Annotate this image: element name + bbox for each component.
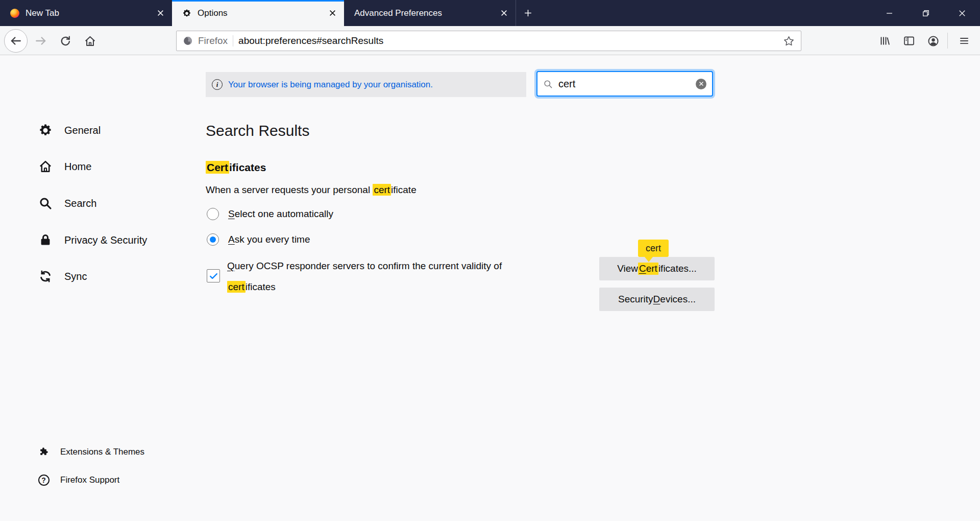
new-tab-button[interactable] [516,0,540,26]
minimize-icon [886,10,893,16]
search-icon [543,79,553,89]
sidebar-item-label: Privacy & Security [64,234,147,246]
firefox-logo-icon [183,36,193,46]
radio-label: Ask you every time [228,234,310,245]
info-icon: i [212,79,223,90]
sidebar-item-label: Search [64,198,96,209]
search-input[interactable] [557,78,691,90]
search-highlight: Cert [206,161,229,174]
gear-favicon-icon [182,9,191,18]
back-button[interactable] [4,29,28,53]
close-tab-icon[interactable] [327,8,338,19]
magnifier-icon [38,196,53,210]
minimize-button[interactable] [871,0,908,26]
reload-icon [59,35,71,47]
sidebar-item-label: Sync [64,271,87,282]
restore-button[interactable] [908,0,944,26]
lock-icon [38,233,53,247]
page-title: Search Results [206,122,309,139]
managed-browser-link[interactable]: Your browser is being managed by your or… [228,80,433,90]
window-controls [871,0,980,26]
home-icon [38,159,53,174]
tab-title: New Tab [26,8,149,18]
close-tab-icon[interactable] [155,8,166,19]
firefox-window: New Tab Options Advanced Preferences [0,0,980,521]
close-window-button[interactable] [944,0,980,26]
back-arrow-icon [9,34,22,48]
library-button[interactable] [875,31,895,51]
tabbar-spacer [540,0,871,26]
account-button[interactable] [923,31,943,51]
tab-title: Options [198,8,321,18]
reload-button[interactable] [55,31,76,51]
search-match-tooltip: cert [638,240,669,257]
clear-search-icon[interactable] [696,79,706,89]
sidebar-item-extensions-themes[interactable]: Extensions & Themes [38,443,144,461]
tab-bar: New Tab Options Advanced Preferences [0,0,980,26]
sidebar-item-label: General [64,125,101,136]
sidebar-item-sync[interactable]: Sync [38,267,87,286]
managed-browser-notice: i Your browser is being managed by your … [206,72,526,97]
view-certificates-button[interactable]: View Certificates... [599,257,715,280]
ocsp-label-line2: certificates [227,276,502,297]
sidebar-item-privacy-security[interactable]: Privacy & Security [38,231,147,249]
plus-icon [524,9,532,17]
radio-label: Select one automatically [228,208,333,220]
forward-button[interactable] [31,31,51,51]
preferences-search-box [536,71,713,97]
sidebar-item-firefox-support[interactable]: ? Firefox Support [38,471,119,489]
home-icon [84,35,96,48]
url-bar[interactable]: Firefox about:preferences#searchResults [176,31,801,51]
sidebar-toggle-button[interactable] [899,31,919,51]
certificates-description: When a server requests your personal cer… [206,184,416,196]
checkbox-query-ocsp[interactable] [207,269,220,282]
puzzle-piece-icon [38,446,50,458]
preferences-page: General Home Search Privacy & Security S… [0,55,980,521]
sync-icon [38,269,53,283]
toolbar-separator [947,33,948,49]
tab-advanced-preferences[interactable]: Advanced Preferences [344,0,516,26]
tab-options[interactable]: Options [172,0,344,26]
restore-icon [922,10,929,17]
url-text[interactable]: about:preferences#searchResults [238,35,778,46]
close-icon [959,10,966,17]
ocsp-label-line1: Query OCSP responder servers to confirm … [227,255,502,276]
sidebar-item-home[interactable]: Home [38,157,91,176]
question-circle-icon: ? [38,475,50,486]
search-highlight: cert [227,281,246,293]
search-highlight: Cert [638,263,658,275]
security-devices-button[interactable]: Security Devices... [599,288,715,311]
hamburger-menu-icon [959,35,970,46]
close-tab-icon[interactable] [498,8,509,19]
tab-new-tab[interactable]: New Tab [0,0,172,26]
certificates-heading: Certificates [206,161,266,174]
sidebar-item-search[interactable]: Search [38,194,96,212]
radio-ask-you-every-time[interactable]: Ask you every time [207,233,310,246]
forward-arrow-icon [34,34,47,48]
checkbox-query-ocsp-label: Query OCSP responder servers to confirm … [227,255,502,297]
radio-checked-icon[interactable] [207,233,219,246]
menu-button[interactable] [952,31,976,51]
account-icon [927,35,940,48]
sidebar-item-label: Extensions & Themes [60,447,144,457]
search-highlight: cert [373,184,391,196]
firefox-favicon-icon [10,9,19,18]
sidebar-toggle-icon [903,35,915,47]
identity-label: Firefox [198,35,228,46]
radio-select-one-automatically[interactable]: Select one automatically [207,207,333,221]
home-button[interactable] [80,31,100,51]
radio-icon[interactable] [207,208,219,220]
sidebar-item-general[interactable]: General [38,121,101,139]
checkmark-icon [209,271,218,281]
library-icon [879,35,891,47]
identity-separator [233,35,233,46]
gear-icon [38,123,53,137]
navigation-toolbar: Firefox about:preferences#searchResults [0,26,980,55]
bookmark-star-icon[interactable] [783,35,795,47]
tab-title: Advanced Preferences [354,8,492,18]
sidebar-item-label: Firefox Support [60,475,119,485]
sidebar-item-label: Home [64,161,91,173]
